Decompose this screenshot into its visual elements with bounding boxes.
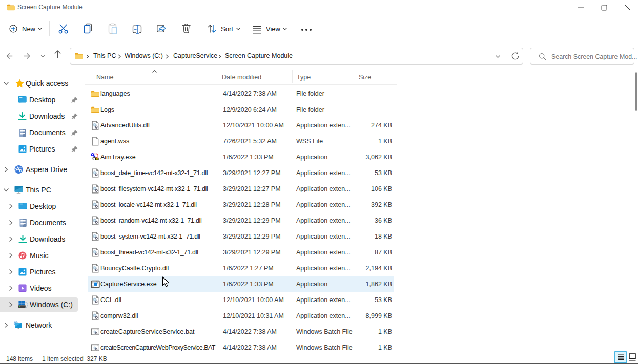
svg-text:D: D (19, 169, 22, 173)
